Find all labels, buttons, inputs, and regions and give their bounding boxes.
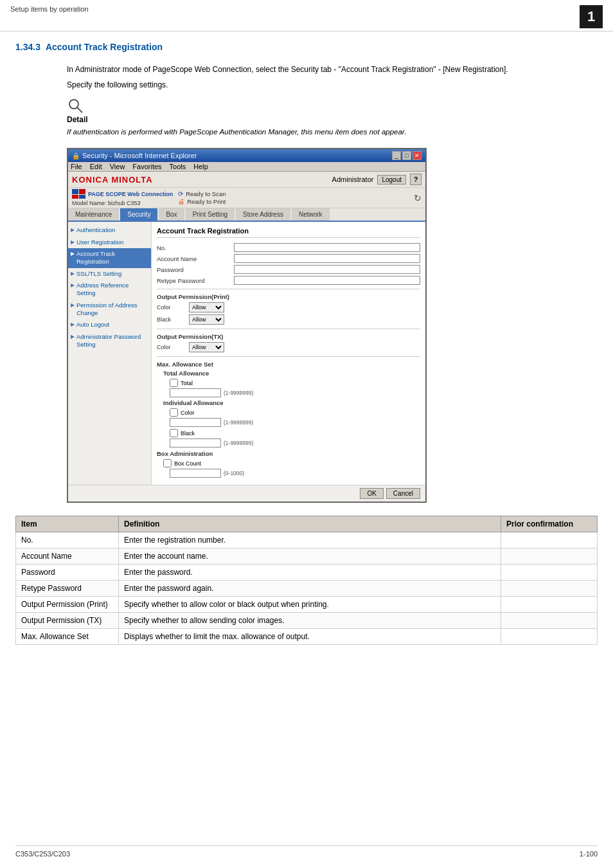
refresh-button[interactable]: ↻ xyxy=(414,193,422,203)
cell-item: Output Permission (Print) xyxy=(16,597,119,613)
arrow-icon: ▶ xyxy=(71,282,75,289)
svg-rect-2 xyxy=(72,189,78,194)
table-row: Max. Allowance Set Displays whether to l… xyxy=(16,629,598,645)
label-retype-password: Retype Password xyxy=(157,277,234,284)
status-scan: Ready to Scan xyxy=(186,190,226,197)
scan-icon: ⟳ xyxy=(178,190,183,197)
page-number: 1 xyxy=(580,5,603,28)
admin-user: Administrator xyxy=(332,176,374,183)
menu-view[interactable]: View xyxy=(110,163,125,170)
menu-favorites[interactable]: Favorites xyxy=(132,163,161,170)
output-tx-label: Output Permission(TX) xyxy=(157,333,420,340)
pagescope-icon xyxy=(72,189,86,199)
select-color-tx[interactable]: Allow Restrict xyxy=(189,342,224,352)
footer-page: 1-100 xyxy=(580,850,598,858)
black-checkbox-label: Black xyxy=(181,430,195,437)
checkbox-row-color: Color xyxy=(170,408,420,417)
svg-point-0 xyxy=(69,100,78,109)
input-account-name[interactable] xyxy=(234,254,420,263)
sidebar-item-account-track[interactable]: ▶ Account Track Registration xyxy=(68,248,151,268)
maximize-btn[interactable]: □ xyxy=(402,151,411,160)
detail-icon xyxy=(67,97,85,115)
color-checkbox-label: Color xyxy=(181,410,195,416)
select-color-print[interactable]: Allow Restrict xyxy=(189,302,224,312)
sidebar-item-permission-address[interactable]: ▶ Permission of Address Change xyxy=(68,300,151,320)
tab-security[interactable]: Security xyxy=(120,208,157,221)
input-black[interactable] xyxy=(170,439,221,448)
sidebar-item-address-reference[interactable]: ▶ Address Reference Setting xyxy=(68,280,151,300)
sidebar-item-ssl-tls[interactable]: ▶ SSL/TLS Setting xyxy=(68,268,151,280)
tab-maintenance[interactable]: Maintenance xyxy=(68,208,119,221)
checkbox-black[interactable] xyxy=(170,429,178,437)
box-admin-label: Box Administration xyxy=(157,450,420,457)
box-count-label: Box Count xyxy=(174,460,201,467)
browser-body: ▶ Authentication ▶ User Registration ▶ A… xyxy=(68,222,425,485)
help-button[interactable]: ? xyxy=(410,174,422,185)
table-row: Output Permission (TX) Specify whether t… xyxy=(16,613,598,629)
sidebar: ▶ Authentication ▶ User Registration ▶ A… xyxy=(68,222,152,485)
label-password: Password xyxy=(157,266,234,273)
select-black-print[interactable]: Allow Restrict xyxy=(189,314,224,325)
browser-toolbar: KONICA MINOLTA Administrator Logout ? xyxy=(68,172,425,188)
arrow-icon: ▶ xyxy=(71,334,75,340)
table-row: No. Enter the registration number. xyxy=(16,532,598,548)
intro-text: In Administrator mode of PageScope Web C… xyxy=(67,64,598,75)
tab-store-address[interactable]: Store Address xyxy=(236,208,290,221)
minimize-btn[interactable]: _ xyxy=(392,151,401,160)
ok-button[interactable]: OK xyxy=(360,488,383,499)
cell-item: Max. Allowance Set xyxy=(16,629,119,645)
print-icon: 🖨 xyxy=(178,198,184,205)
menu-tools[interactable]: Tools xyxy=(170,163,186,170)
sidebar-item-user-registration[interactable]: ▶ User Registration xyxy=(68,237,151,248)
checkbox-row-box-count: Box Count xyxy=(163,459,420,467)
box-range-hint: (0-1000) xyxy=(224,470,244,476)
tab-box[interactable]: Box xyxy=(159,208,184,221)
checkbox-color[interactable] xyxy=(170,408,178,417)
specify-text: Specify the following settings. xyxy=(67,80,598,89)
browser-title: Security - Microsoft Internet Explorer xyxy=(82,152,197,159)
main-content: 1.34.3 Account Track Registration In Adm… xyxy=(0,32,613,655)
menu-file[interactable]: File xyxy=(71,163,82,170)
cell-prior xyxy=(501,613,598,629)
input-retype-password[interactable] xyxy=(234,276,420,285)
input-password[interactable] xyxy=(234,265,420,274)
menu-edit[interactable]: Edit xyxy=(90,163,102,170)
sidebar-item-auto-logout[interactable]: ▶ Auto Logout xyxy=(68,319,151,330)
arrow-icon: ▶ xyxy=(71,239,75,246)
checkbox-box-count[interactable] xyxy=(163,459,172,467)
cell-definition: Enter the password. xyxy=(119,565,501,581)
cancel-button[interactable]: Cancel xyxy=(386,488,420,499)
breadcrumb: Setup items by operation xyxy=(10,5,89,13)
status-print: Ready to Print xyxy=(187,198,226,205)
detail-note: If authentication is performed with Page… xyxy=(67,127,406,138)
sidebar-item-authentication[interactable]: ▶ Authentication xyxy=(68,224,151,236)
label-color-tx: Color xyxy=(157,344,189,350)
logout-button[interactable]: Logout xyxy=(377,175,406,185)
tab-print-setting[interactable]: Print Setting xyxy=(186,208,235,221)
input-box[interactable] xyxy=(170,469,221,478)
nav-tabs: Maintenance Security Box Print Setting S… xyxy=(68,208,425,222)
checkbox-row-black: Black xyxy=(170,429,420,437)
input-no[interactable] xyxy=(234,243,420,252)
form-row-no: No. xyxy=(157,243,420,252)
label-no: No. xyxy=(157,244,234,251)
menu-help[interactable]: Help xyxy=(193,163,208,170)
svg-line-1 xyxy=(78,108,83,113)
input-total[interactable] xyxy=(170,388,221,397)
data-table: Item Definition Prior confirmation No. E… xyxy=(15,516,598,645)
cell-prior xyxy=(501,548,598,565)
web-connection-label: PAGE SCOPE Web Connection xyxy=(88,191,173,197)
tab-network[interactable]: Network xyxy=(292,208,330,221)
cell-prior xyxy=(501,629,598,645)
sidebar-item-admin-password[interactable]: ▶ Administrator Password Setting xyxy=(68,331,151,351)
model-name: Model Name: bizhub C353 xyxy=(72,200,173,206)
label-color-print: Color xyxy=(157,304,189,311)
arrow-icon: ▶ xyxy=(71,302,75,309)
input-color[interactable] xyxy=(170,418,221,427)
label-account-name: Account Name xyxy=(157,255,234,262)
form-row-password: Password xyxy=(157,265,420,274)
admin-area: Administrator Logout ? xyxy=(332,174,422,185)
close-btn[interactable]: ✕ xyxy=(413,151,422,160)
konica-logo: KONICA MINOLTA xyxy=(72,175,153,185)
checkbox-total[interactable] xyxy=(170,379,178,387)
